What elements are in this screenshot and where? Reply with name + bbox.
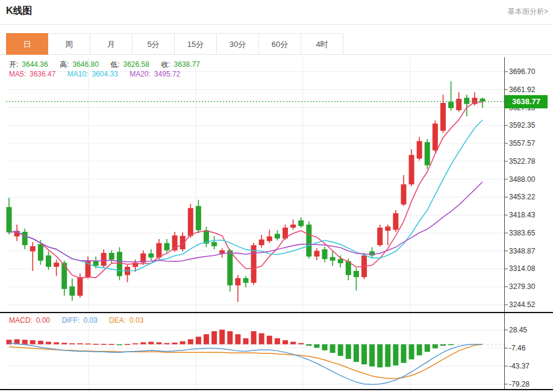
close-label: 收:	[161, 60, 170, 69]
low-label: 低:	[110, 60, 119, 69]
ma20-value: 3495.72	[154, 70, 180, 78]
main-y-tick: 3418.43	[509, 210, 535, 220]
ma10-label: MA10:	[67, 70, 89, 78]
main-y-tick: 3488.00	[509, 175, 535, 184]
macd-y-tick: -7.46	[509, 343, 525, 353]
tab-月[interactable]: 月	[90, 33, 133, 55]
ma20-label: MA20:	[130, 70, 151, 78]
dea-value: 0.03	[130, 316, 143, 325]
macd-chart-canvas[interactable]	[0, 313, 553, 392]
low-value: 3626.58	[123, 60, 149, 69]
tab-15分[interactable]: 15分	[175, 33, 217, 55]
dea-label: DEA:	[109, 316, 126, 325]
macd-y-tick: -43.37	[509, 361, 530, 371]
ohlc-legend: 开:3644.36 高:3646.80 低:3626.58 收:3638.77	[9, 60, 210, 70]
main-y-tick: 3279.30	[509, 282, 535, 291]
ma-legend: MA5:3636.47 MA10:3604.33 MA20:3495.72	[9, 70, 190, 78]
tab-4时[interactable]: 4时	[301, 33, 343, 55]
tab-日[interactable]: 日	[6, 33, 48, 55]
ma5-label: MA5:	[9, 70, 26, 78]
macd-value: 0.00	[36, 316, 50, 325]
high-label: 高:	[60, 60, 69, 69]
tab-30分[interactable]: 30分	[217, 33, 259, 55]
main-y-tick: 3244.52	[509, 300, 535, 310]
page-title: K线图	[6, 5, 33, 17]
main-y-tick: 3522.78	[509, 157, 535, 166]
main-y-tick: 3348.87	[509, 246, 535, 256]
diff-label: DIFF:	[61, 316, 80, 325]
diff-value: 0.03	[83, 316, 97, 325]
macd-legend: MACD:0.00 DIFF:0.03 DEA:0.03	[9, 316, 153, 325]
period-tab-bar: 日周月5分15分30分60分4时	[6, 33, 343, 55]
main-y-tick: 3453.22	[509, 192, 535, 202]
title-separator	[0, 24, 553, 25]
fundamental-analysis-link[interactable]: 基本面分析>	[508, 7, 548, 17]
main-y-tick: 3592.35	[509, 120, 535, 130]
ma10-value: 3604.33	[92, 70, 117, 78]
tab-60分[interactable]: 60分	[259, 33, 301, 55]
current-price-badge: 3638.77	[505, 95, 548, 108]
kline-page: K线图 基本面分析> 日周月5分15分30分60分4时 开:3644.36 高:…	[0, 0, 553, 392]
main-y-tick: 3696.70	[509, 67, 535, 76]
open-value: 3644.36	[22, 60, 48, 69]
main-y-tick: 3314.08	[509, 264, 535, 273]
tab-周[interactable]: 周	[48, 33, 90, 55]
main-y-tick: 3383.65	[509, 228, 535, 238]
high-value: 3646.80	[72, 60, 98, 69]
macd-y-tick: -79.28	[509, 379, 530, 389]
macd-y-tick: 28.45	[509, 325, 527, 335]
close-value: 3638.77	[174, 60, 200, 69]
main-chart-canvas[interactable]	[0, 57, 553, 313]
macd-label: MACD:	[9, 316, 33, 325]
ma5-value: 3636.47	[30, 70, 55, 78]
tab-5分[interactable]: 5分	[133, 33, 175, 55]
open-label: 开:	[9, 60, 18, 69]
main-y-tick: 3661.92	[509, 85, 535, 95]
main-y-tick: 3557.57	[509, 138, 535, 148]
